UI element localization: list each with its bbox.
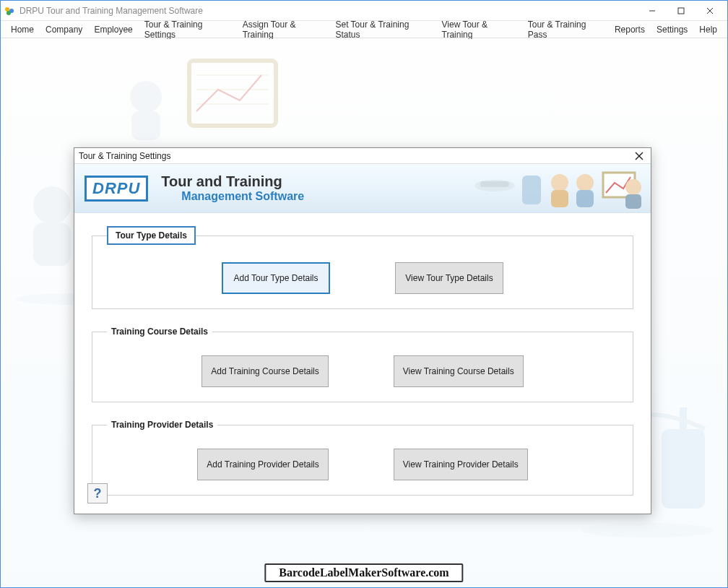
menu-tour-training-settings[interactable]: Tour & Training Settings	[139, 17, 237, 42]
group-tour-type: Tour Type Details Add Tour Type Details …	[92, 226, 633, 309]
help-button[interactable]: ?	[87, 483, 108, 503]
group-training-course-legend: Training Course Details	[107, 325, 212, 338]
svg-rect-14	[33, 222, 71, 266]
menu-view-tour-training[interactable]: View Tour & Training	[436, 17, 522, 42]
dialog-header-title: Tour and Training Management Software	[161, 173, 304, 203]
menu-employee[interactable]: Employee	[88, 22, 138, 37]
svg-rect-29	[551, 190, 568, 207]
add-training-provider-button[interactable]: Add Training Provider Details	[197, 449, 328, 480]
svg-rect-8	[131, 111, 160, 140]
svg-rect-9	[189, 61, 276, 126]
app-title: DRPU Tour and Training Management Softwa…	[20, 6, 638, 16]
view-training-provider-button[interactable]: View Training Provider Details	[394, 449, 528, 480]
svg-rect-4	[678, 8, 684, 14]
question-icon: ?	[94, 486, 102, 501]
footer-watermark: BarcodeLabelMakerSoftware.com	[264, 563, 463, 582]
minimize-button[interactable]	[638, 1, 667, 20]
group-training-provider-legend: Training Provider Details	[107, 418, 217, 431]
dialog-close-button[interactable]	[632, 150, 646, 163]
workspace: Tour & Training Settings DRPU Tour and T…	[1, 39, 727, 587]
dialog-titlebar: Tour & Training Settings	[74, 148, 651, 164]
header-line-1: Tour and Training	[161, 173, 304, 190]
settings-dialog: Tour & Training Settings DRPU Tour and T…	[74, 147, 651, 514]
main-window: DRPU Tour and Training Management Softwa…	[0, 0, 728, 588]
svg-point-33	[625, 179, 641, 195]
bg-illustration	[117, 53, 305, 155]
maximize-button[interactable]	[667, 1, 696, 20]
menu-company[interactable]: Company	[40, 22, 88, 37]
add-training-course-button[interactable]: Add Training Course Details	[202, 355, 328, 387]
drpu-logo: DRPU	[84, 176, 148, 202]
dialog-title: Tour & Training Settings	[79, 151, 170, 161]
app-icon	[4, 5, 15, 17]
close-button[interactable]	[696, 1, 724, 20]
svg-point-13	[33, 186, 71, 224]
svg-point-7	[130, 81, 162, 113]
menu-reports[interactable]: Reports	[609, 22, 651, 37]
menu-help[interactable]: Help	[693, 22, 723, 37]
menubar: Home Company Employee Tour & Training Se…	[1, 21, 727, 38]
group-tour-type-legend: Tour Type Details	[107, 226, 196, 245]
header-illustration	[459, 165, 646, 211]
dialog-header: DRPU Tour and Training Management Softwa…	[74, 164, 651, 213]
menu-pass[interactable]: Tour & Training Pass	[522, 17, 609, 42]
menu-settings[interactable]: Settings	[651, 22, 693, 37]
svg-rect-31	[576, 190, 594, 207]
svg-point-30	[576, 174, 594, 191]
svg-point-2	[6, 11, 11, 15]
add-tour-type-button[interactable]: Add Tour Type Details	[222, 262, 330, 294]
menu-home[interactable]: Home	[5, 22, 40, 37]
menu-set-status[interactable]: Set Tour & Training Status	[329, 17, 436, 42]
window-controls	[638, 1, 724, 20]
view-tour-type-button[interactable]: View Tour Type Details	[395, 262, 503, 294]
svg-rect-34	[625, 194, 641, 209]
group-training-provider: Training Provider Details Add Training P…	[92, 418, 633, 496]
svg-rect-21	[662, 429, 705, 509]
svg-point-28	[551, 174, 568, 191]
header-line-2: Management Software	[181, 190, 304, 203]
group-training-course: Training Course Details Add Training Cou…	[92, 325, 633, 402]
dialog-body: Tour Type Details Add Tour Type Details …	[74, 213, 651, 514]
view-training-course-button[interactable]: View Training Course Details	[394, 355, 524, 387]
svg-point-18	[582, 523, 712, 537]
menu-assign-tour-training[interactable]: Assign Tour & Training	[237, 17, 330, 42]
svg-rect-26	[480, 181, 509, 187]
svg-rect-27	[522, 176, 541, 204]
